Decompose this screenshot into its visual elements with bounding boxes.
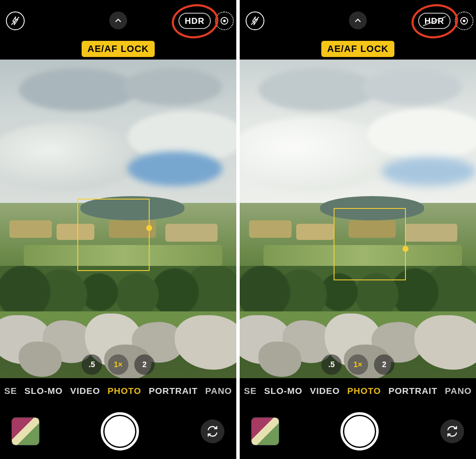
exposure-slider-icon[interactable] [146, 225, 152, 231]
chevron-up-icon[interactable] [109, 11, 127, 29]
zoom-controls: .5 1× 2 [321, 354, 394, 375]
chevron-up-icon[interactable] [349, 11, 367, 29]
mode-item[interactable]: SE [244, 386, 257, 396]
mode-item[interactable]: SLO-MO [264, 386, 303, 396]
live-photo-icon[interactable] [455, 11, 473, 30]
hdr-toggle[interactable]: HDR [418, 13, 450, 29]
hdr-toggle[interactable]: HDR [178, 13, 211, 29]
flash-off-icon[interactable] [246, 11, 264, 30]
mode-selector[interactable]: SE SLO-MO VIDEO PHOTO PORTRAIT PANO [0, 378, 236, 404]
mode-item[interactable]: VIDEO [70, 386, 100, 396]
last-photo-thumbnail[interactable] [252, 418, 279, 445]
zoom-2x[interactable]: 2 [374, 354, 394, 375]
ae-af-lock-badge: AE/AF LOCK [82, 41, 155, 57]
bottom-dock [240, 404, 476, 459]
mode-item[interactable]: PORTRAIT [149, 386, 198, 396]
zoom-2x[interactable]: 2 [134, 354, 155, 375]
camera-swap-icon[interactable] [440, 419, 464, 443]
mode-selector[interactable]: SE SLO-MO VIDEO PHOTO PORTRAIT PANO [240, 378, 476, 404]
focus-indicator [77, 199, 150, 271]
sky [240, 60, 476, 203]
zoom-0.5x[interactable]: .5 [82, 354, 102, 375]
viewfinder[interactable]: .5 1× 2 [0, 60, 236, 378]
top-controls: HDR [240, 0, 476, 38]
viewfinder[interactable]: .5 1× 2 [240, 60, 476, 378]
mode-item[interactable]: SLO-MO [25, 386, 63, 396]
ae-af-lock-row: AE/AF LOCK [240, 38, 476, 60]
shutter-button[interactable] [340, 412, 379, 450]
zoom-controls: .5 1× 2 [82, 354, 155, 375]
bottom-dock [0, 404, 236, 459]
mode-item[interactable]: PANO [205, 386, 232, 396]
zoom-1x[interactable]: 1× [108, 354, 128, 375]
last-photo-thumbnail[interactable] [12, 418, 39, 445]
zoom-1x[interactable]: 1× [348, 354, 368, 375]
focus-indicator [334, 208, 406, 280]
mode-item[interactable]: PANO [445, 386, 472, 396]
shutter-button[interactable] [101, 412, 139, 450]
sky [0, 60, 236, 203]
camera-screen-hdr-off: HDR AE/AF LOCK [240, 0, 476, 459]
top-controls: HDR [0, 0, 236, 38]
ae-af-lock-row: AE/AF LOCK [0, 38, 236, 60]
mode-item[interactable]: PORTRAIT [388, 386, 437, 396]
ae-af-lock-badge: AE/AF LOCK [321, 41, 394, 57]
camera-swap-icon[interactable] [201, 419, 224, 443]
mode-item-active[interactable]: PHOTO [347, 386, 381, 396]
mode-item[interactable]: SE [4, 386, 17, 396]
flash-off-icon[interactable] [6, 11, 25, 30]
zoom-0.5x[interactable]: .5 [321, 354, 342, 375]
live-photo-icon[interactable] [215, 11, 234, 30]
camera-screen-hdr-on: HDR AE/AF LOCK [0, 0, 236, 459]
mode-item[interactable]: VIDEO [310, 386, 340, 396]
mode-item-active[interactable]: PHOTO [108, 386, 141, 396]
